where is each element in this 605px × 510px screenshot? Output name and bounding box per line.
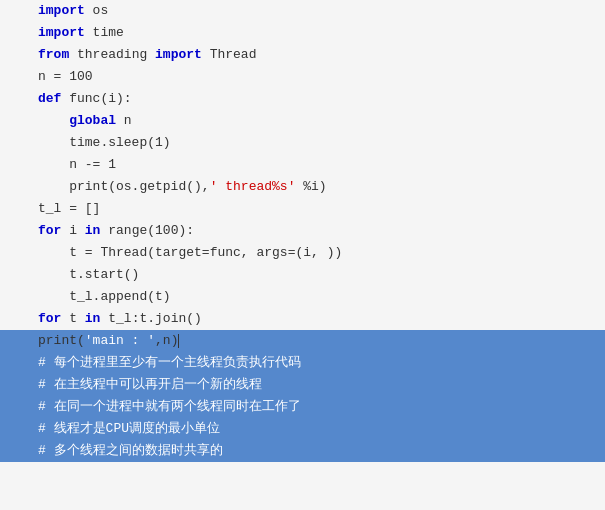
code-line-1: import os: [0, 0, 605, 22]
line-content-15: for t in t_l:t.join(): [38, 309, 605, 329]
line-content-7: time.sleep(1): [38, 133, 605, 153]
line-content-20: # 线程才是CPU调度的最小单位: [38, 419, 605, 439]
code-line-3: from threading import Thread: [0, 44, 605, 66]
line-content-17: # 每个进程里至少有一个主线程负责执行代码: [38, 353, 605, 373]
line-content-1: import os: [38, 1, 605, 21]
code-line-17: # 每个进程里至少有一个主线程负责执行代码: [0, 352, 605, 374]
line-content-14: t_l.append(t): [38, 287, 605, 307]
code-line-8: n -= 1: [0, 154, 605, 176]
code-line-12: t = Thread(target=func, args=(i, )): [0, 242, 605, 264]
line-content-18: # 在主线程中可以再开启一个新的线程: [38, 375, 605, 395]
line-content-4: n = 100: [38, 67, 605, 87]
line-content-12: t = Thread(target=func, args=(i, )): [38, 243, 605, 263]
code-line-15: for t in t_l:t.join(): [0, 308, 605, 330]
code-line-16: print('main : ',n): [0, 330, 605, 352]
line-content-6: global n: [38, 111, 605, 131]
code-area[interactable]: import os import time from threading imp…: [0, 0, 605, 510]
line-content-16: print('main : ',n): [38, 331, 605, 351]
line-content-10: t_l = []: [38, 199, 605, 219]
line-content-9: print(os.getpid(),' thread%s' %i): [38, 177, 605, 197]
code-line-2: import time: [0, 22, 605, 44]
line-content-3: from threading import Thread: [38, 45, 605, 65]
code-line-9: print(os.getpid(),' thread%s' %i): [0, 176, 605, 198]
line-content-13: t.start(): [38, 265, 605, 285]
code-line-6: global n: [0, 110, 605, 132]
code-line-10: t_l = []: [0, 198, 605, 220]
code-line-13: t.start(): [0, 264, 605, 286]
code-line-18: # 在主线程中可以再开启一个新的线程: [0, 374, 605, 396]
code-line-11: for i in range(100):: [0, 220, 605, 242]
line-content-11: for i in range(100):: [38, 221, 605, 241]
line-content-8: n -= 1: [38, 155, 605, 175]
code-line-20: # 线程才是CPU调度的最小单位: [0, 418, 605, 440]
line-content-5: def func(i):: [38, 89, 605, 109]
line-content-21: # 多个线程之间的数据时共享的: [38, 441, 605, 461]
code-line-19: # 在同一个进程中就有两个线程同时在工作了: [0, 396, 605, 418]
code-line-21: # 多个线程之间的数据时共享的: [0, 440, 605, 462]
line-content-2: import time: [38, 23, 605, 43]
code-line-7: time.sleep(1): [0, 132, 605, 154]
code-line-5: def func(i):: [0, 88, 605, 110]
code-editor: import os import time from threading imp…: [0, 0, 605, 510]
code-line-4: n = 100: [0, 66, 605, 88]
code-line-14: t_l.append(t): [0, 286, 605, 308]
line-content-19: # 在同一个进程中就有两个线程同时在工作了: [38, 397, 605, 417]
